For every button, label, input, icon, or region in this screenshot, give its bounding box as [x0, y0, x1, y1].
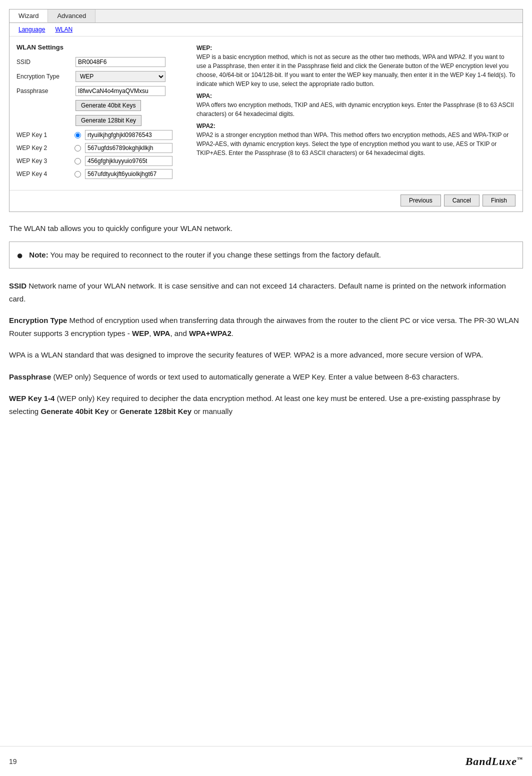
wep-key-3-label: WEP Key 3 [16, 158, 72, 164]
encryption-row: Encryption Type WEP WPA WPA+WPA2 [16, 71, 186, 82]
wpa2-text: WPA2 is a stronger encryption method tha… [196, 132, 508, 156]
wepkey-gen40-bold: Generate 40bit Key [40, 407, 108, 416]
encryption-wep-bold: WEP [132, 329, 149, 338]
passphrase-para: Passphrase (WEP only) Sequence of words … [9, 370, 523, 384]
note-text: Note: You may be required to reconnect t… [29, 249, 381, 261]
note-box: ● Note: You may be required to reconnect… [9, 242, 523, 268]
wep-key-3-radio[interactable] [74, 158, 81, 164]
page-number: 19 [9, 758, 17, 766]
wepkey-para-bold: WEP Key 1-4 [9, 394, 54, 402]
dialog-panel: Wizard Advanced Language WLAN WLAN Setti… [9, 9, 523, 212]
ssid-para: SSID Network name of your WLAN network. … [9, 280, 523, 305]
cancel-button[interactable]: Cancel [444, 194, 480, 206]
main-tab-bar: Wizard Advanced [10, 10, 522, 23]
help-wpa2: WPA2: WPA2 is a stronger encryption meth… [196, 122, 516, 158]
wepkey-para: WEP Key 1-4 (WEP only) Key required to d… [9, 392, 523, 418]
wep-key-3-row: WEP Key 3 [16, 156, 186, 166]
wpa-text: WPA offers two encryption methods, TKIP … [196, 102, 514, 118]
passphrase-label: Passphrase [16, 88, 72, 94]
encryption-wpa2-bold: WPA+WPA2 [189, 329, 232, 338]
page-footer: 19 BandLuxe™ [0, 746, 532, 776]
wep-key-4-label: WEP Key 4 [16, 170, 72, 178]
generate-40bit-button[interactable]: Generate 40bit Keys [76, 100, 141, 111]
sub-tab-bar: Language WLAN [10, 23, 522, 36]
passphrase-para-bold: Passphrase [9, 372, 51, 381]
wepkey-mid2: or manually [192, 407, 232, 416]
wep-key-1-row: WEP Key 1 [16, 130, 186, 140]
wpa-para: WPA is a WLAN standard that was designed… [9, 348, 523, 362]
previous-button[interactable]: Previous [400, 194, 441, 206]
wep-key-1-input[interactable] [85, 130, 172, 140]
intro-text: The WLAN tab allows you to quickly confi… [9, 224, 523, 232]
panel-right: WEP: WEP is a basic encryption method, w… [196, 44, 516, 182]
encryption-end: . [232, 329, 234, 338]
encryption-para: Encryption Type Method of encryption use… [9, 314, 523, 340]
panel-left: WLAN Settings SSID Encryption Type WEP W… [16, 44, 186, 182]
section-title: WLAN Settings [16, 44, 186, 51]
wep-key-4-radio[interactable] [74, 171, 81, 178]
finish-button[interactable]: Finish [482, 194, 516, 206]
ssid-para-text: Network name of your WLAN network. It is… [9, 282, 506, 303]
ssid-input[interactable] [76, 57, 166, 67]
wep-key-3-input[interactable] [85, 156, 172, 166]
wep-key-4-input[interactable] [85, 169, 172, 179]
wep-key-2-radio[interactable] [74, 145, 81, 152]
panel-footer: Previous Cancel Finish [10, 190, 522, 212]
wep-text: WEP is a basic encryption method, which … [196, 54, 515, 88]
ssid-para-bold: SSID [9, 282, 26, 290]
encryption-para-bold: Encryption Type [9, 316, 67, 324]
tab-advanced[interactable]: Advanced [48, 10, 96, 22]
note-body: You may be required to reconnect to the … [48, 250, 381, 259]
help-wpa: WPA: WPA offers two encryption methods, … [196, 92, 516, 118]
wep-key-2-input[interactable] [85, 143, 172, 153]
gen-128bit-row: Generate 128bit Key [76, 115, 186, 126]
tab-wizard[interactable]: Wizard [10, 10, 48, 22]
encryption-select[interactable]: WEP WPA WPA+WPA2 [76, 71, 166, 82]
wep-key-1-radio[interactable] [74, 132, 81, 138]
gen-buttons-row: Generate 40bit Keys [76, 100, 186, 111]
encryption-label: Encryption Type [16, 73, 72, 80]
encryption-para-text: Method of encryption used when transferr… [9, 316, 519, 338]
ssid-label: SSID [16, 58, 72, 66]
wepkey-mid1: or [108, 407, 120, 416]
wep-title: WEP: [196, 44, 212, 52]
passphrase-row: Passphrase [16, 86, 186, 96]
wpa2-title: WPA2: [196, 122, 216, 130]
subtab-language[interactable]: Language [14, 25, 50, 34]
passphrase-para-text: (WEP only) Sequence of words or text use… [51, 372, 459, 381]
brand-tm: ™ [517, 756, 523, 762]
wep-key-1-label: WEP Key 1 [16, 132, 72, 138]
help-wep: WEP: WEP is a basic encryption method, w… [196, 44, 516, 88]
wep-key-4-row: WEP Key 4 [16, 169, 186, 179]
body-content: The WLAN tab allows you to quickly confi… [0, 212, 532, 466]
encryption-wpa-bold: WPA [153, 329, 170, 338]
brand-name: BandLuxe [466, 755, 517, 768]
wep-key-2-label: WEP Key 2 [16, 144, 72, 152]
ssid-row: SSID [16, 57, 186, 67]
wep-key-2-row: WEP Key 2 [16, 143, 186, 153]
wpa-title: WPA: [196, 92, 212, 100]
panel-content: WLAN Settings SSID Encryption Type WEP W… [10, 36, 522, 187]
passphrase-input[interactable] [76, 86, 166, 96]
subtab-wlan[interactable]: WLAN [50, 25, 78, 34]
note-bullet: ● [16, 250, 23, 261]
note-bold: Note: [29, 250, 48, 259]
generate-128bit-button[interactable]: Generate 128bit Key [76, 115, 142, 126]
wepkey-gen128-bold: Generate 128bit Key [120, 407, 192, 416]
encryption-mid2: , and [170, 329, 189, 338]
brand-logo: BandLuxe™ [466, 755, 523, 768]
